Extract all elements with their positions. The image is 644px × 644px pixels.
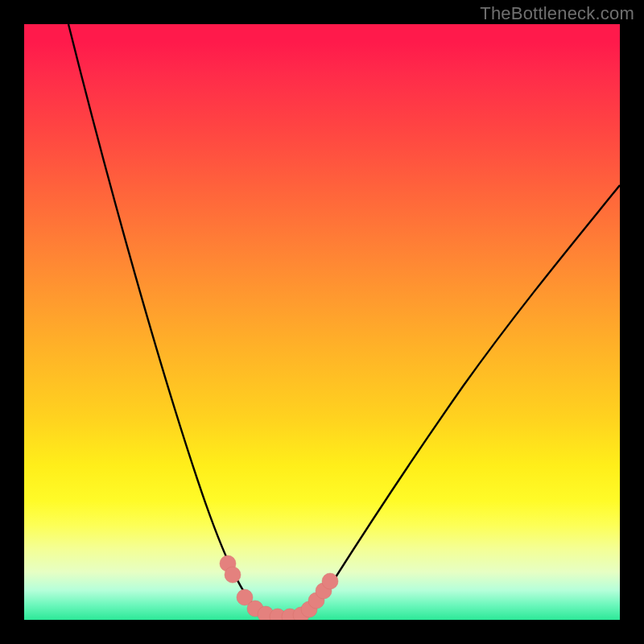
curve-layer [24,24,620,620]
left-curve [68,24,278,620]
marker-dot [322,573,338,589]
plot-area [24,24,620,620]
right-curve [298,185,620,620]
watermark-text: TheBottleneck.com [480,3,634,24]
chart-frame: TheBottleneck.com [0,0,644,644]
marker-group [220,555,338,620]
marker-dot [225,567,241,583]
